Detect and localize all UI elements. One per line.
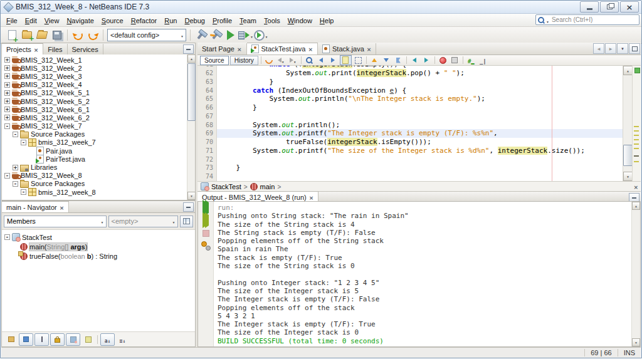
breakpoint-button[interactable] bbox=[438, 56, 448, 65]
history-view-button[interactable]: History bbox=[230, 56, 258, 65]
code-line[interactable]: 74 bbox=[197, 172, 641, 181]
previous-occurrence-button[interactable] bbox=[316, 56, 327, 65]
tree-item[interactable]: -StackTest bbox=[2, 232, 195, 242]
sort-alpha-button[interactable] bbox=[100, 333, 115, 346]
tree-item[interactable]: main(String[] args) bbox=[2, 242, 195, 251]
menu-debug[interactable]: Debug bbox=[181, 16, 208, 26]
expander-icon[interactable]: + bbox=[4, 73, 10, 79]
close-tab-icon[interactable] bbox=[309, 194, 314, 201]
clean-build-button[interactable] bbox=[208, 28, 223, 43]
expander-icon[interactable]: + bbox=[4, 90, 10, 96]
next-occurrence-button[interactable] bbox=[328, 56, 339, 65]
open-project-button[interactable] bbox=[34, 28, 50, 43]
tree-item[interactable]: +BMIS_312_Week_5_1 bbox=[2, 89, 187, 97]
panel-tab-files[interactable]: Files bbox=[43, 44, 67, 55]
show-inner-classes-button[interactable] bbox=[66, 333, 80, 346]
tree-item[interactable]: +BMIS_312_Week_1 bbox=[2, 56, 187, 64]
profile-project-button[interactable] bbox=[253, 28, 268, 43]
menu-run[interactable]: Run bbox=[160, 16, 181, 26]
menu-view[interactable]: View bbox=[41, 16, 63, 26]
tree-item[interactable]: +BMIS_312_Week_6_2 bbox=[2, 113, 187, 122]
editor-tab-stack-java[interactable]: Stack.java bbox=[318, 43, 376, 55]
stop-build-button[interactable] bbox=[200, 228, 211, 238]
menu-help[interactable]: Help bbox=[316, 16, 338, 26]
close-tab-icon[interactable] bbox=[60, 204, 65, 211]
inherited-filter-select[interactable]: <empty> bbox=[108, 216, 178, 227]
code-line[interactable]: 68 System.out.println(); bbox=[197, 121, 641, 130]
save-all-button[interactable] bbox=[50, 28, 65, 43]
menu-edit[interactable]: Edit bbox=[21, 16, 41, 26]
find-selection-button[interactable] bbox=[304, 56, 315, 65]
shift-left-button[interactable] bbox=[409, 56, 420, 65]
previous-bookmark-button[interactable] bbox=[369, 56, 380, 65]
tree-item[interactable]: trueFalse(boolean b) : String bbox=[2, 251, 195, 261]
code-line[interactable]: 66 } bbox=[197, 103, 641, 112]
expander-icon[interactable]: + bbox=[4, 98, 10, 104]
code-line[interactable]: 71 System.out.printf("The size of the In… bbox=[197, 147, 641, 155]
expander-icon[interactable]: + bbox=[4, 107, 10, 112]
minimize-button[interactable] bbox=[580, 1, 599, 13]
minimize-panel-button[interactable] bbox=[183, 44, 194, 54]
expander-icon[interactable]: - bbox=[4, 123, 10, 129]
code-line[interactable]: 70 trueFalse(integerStack.isEmpty())); bbox=[197, 138, 641, 147]
expander-icon[interactable]: + bbox=[4, 82, 10, 88]
scroll-down-icon[interactable] bbox=[632, 338, 640, 346]
code-line[interactable]: 64 catch (IndexOutOfBoundsException e) { bbox=[197, 86, 641, 95]
source-view-button[interactable]: Source bbox=[200, 56, 229, 65]
back-button[interactable] bbox=[276, 56, 287, 65]
tab-list-button[interactable] bbox=[617, 43, 628, 54]
maximize-editor-button[interactable] bbox=[629, 43, 640, 54]
scroll-up-icon[interactable] bbox=[632, 202, 640, 210]
menu-file[interactable]: File bbox=[3, 16, 21, 26]
tree-item[interactable]: +Libraries bbox=[2, 163, 187, 171]
scroll-tabs-right-button[interactable] bbox=[605, 43, 616, 54]
tree-item[interactable]: PairTest.java bbox=[2, 155, 187, 163]
tree-item[interactable]: +BMIS_312_Week_5_2 bbox=[2, 97, 187, 105]
rerun-with-args-button[interactable] bbox=[200, 216, 211, 226]
expander-icon[interactable]: + bbox=[4, 115, 10, 120]
menu-profile[interactable]: Profile bbox=[209, 16, 236, 26]
navigator-tab[interactable]: main - Navigator bbox=[2, 201, 69, 212]
show-fields-button[interactable] bbox=[19, 333, 33, 346]
chevron-down-icon[interactable] bbox=[265, 29, 268, 41]
debug-project-button[interactable] bbox=[238, 28, 253, 43]
code-line[interactable]: 63 } bbox=[197, 78, 641, 86]
code-line[interactable]: 65 System.out.println("\nThe Integer sta… bbox=[197, 95, 641, 103]
undo-button[interactable] bbox=[70, 28, 85, 43]
expander-icon[interactable]: + bbox=[4, 65, 10, 71]
menu-window[interactable]: Window bbox=[284, 16, 316, 26]
new-type-button[interactable] bbox=[82, 334, 95, 345]
menu-refactor[interactable]: Refactor bbox=[127, 16, 161, 26]
tree-item[interactable]: -BMIS_312_Week_7 bbox=[2, 122, 187, 130]
error-stripe[interactable] bbox=[632, 66, 641, 181]
panel-tab-services[interactable]: Services bbox=[68, 44, 103, 55]
new-file-button[interactable] bbox=[4, 28, 19, 43]
select-in-projects-button[interactable] bbox=[353, 56, 364, 65]
tree-item[interactable]: Pair.java bbox=[2, 147, 187, 155]
expander-icon[interactable]: - bbox=[4, 173, 10, 179]
tree-item[interactable]: -Source Packages bbox=[2, 130, 187, 138]
minimize-panel-button[interactable] bbox=[183, 202, 194, 212]
tree-item[interactable]: -BMIS_312_Week_8 bbox=[2, 172, 187, 180]
close-tab-icon[interactable] bbox=[34, 46, 39, 53]
breadcrumb-item[interactable]: StackTest bbox=[211, 183, 241, 190]
toggle-bookmark-button[interactable] bbox=[393, 56, 404, 65]
tree-item[interactable]: -bmis_312_week_8 bbox=[2, 188, 187, 196]
code-editor[interactable]: 61 while (!integerStack.isEmpty()) {62 S… bbox=[197, 66, 641, 181]
expander-icon[interactable]: - bbox=[4, 234, 10, 240]
rerun-button[interactable] bbox=[200, 203, 211, 213]
code-line[interactable]: 73 } bbox=[197, 164, 641, 172]
code-line[interactable]: 62 System.out.print(integerStack.pop() +… bbox=[197, 69, 641, 78]
uncomment-button[interactable] bbox=[478, 56, 488, 65]
editor-tab-stacktest-java[interactable]: StackTest.java bbox=[247, 43, 318, 55]
expander-icon[interactable]: - bbox=[13, 132, 18, 137]
menu-source[interactable]: Source bbox=[98, 16, 127, 26]
last-edit-button[interactable] bbox=[264, 56, 275, 65]
expander-icon[interactable]: - bbox=[21, 140, 26, 145]
tree-item[interactable]: -bmis_312_week_7 bbox=[2, 138, 187, 147]
output-scrollbar[interactable] bbox=[631, 202, 640, 346]
expander-icon[interactable]: + bbox=[4, 57, 10, 63]
new-project-button[interactable] bbox=[19, 28, 34, 43]
scrollbar-thumb[interactable] bbox=[623, 145, 633, 166]
output-text[interactable]: run:Pushing onto String stack: "The rain… bbox=[214, 202, 631, 346]
